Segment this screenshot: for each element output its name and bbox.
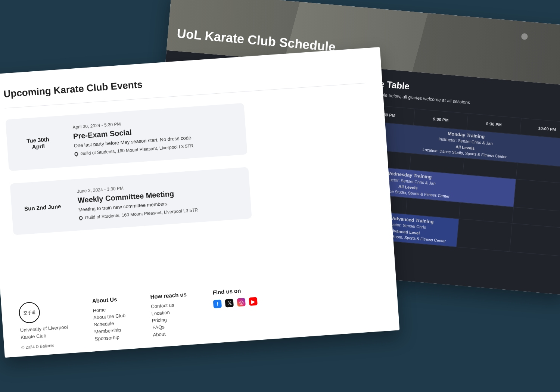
event-day: Sun 2nd June	[24, 203, 61, 212]
x-twitter-icon[interactable]: 𝕏	[225, 299, 234, 307]
footer-link[interactable]: Membership	[94, 327, 127, 335]
footer-col-about: About Us Home About the Club Schedule Me…	[92, 295, 127, 343]
footer-link[interactable]: Home	[93, 305, 125, 313]
footer-col-reach: How reach us Contact us Location Pricing…	[150, 291, 190, 339]
schedule-page-title: UoL Karate Club Schedule	[176, 26, 336, 55]
footer-link[interactable]: About	[153, 330, 189, 338]
pin-icon	[78, 215, 83, 221]
event-month: April	[32, 143, 45, 150]
youtube-icon[interactable]: ▶	[249, 297, 258, 306]
footer-link[interactable]: Location	[151, 308, 188, 317]
events-panel: Upcoming Karate Club Events Tue 30th Apr…	[0, 47, 399, 358]
footer-link[interactable]: About the Club	[93, 312, 125, 320]
footer-link[interactable]: Sponsorhip	[94, 334, 127, 342]
footer-link[interactable]: FAQs	[152, 323, 189, 331]
club-logo-icon: 空手道	[18, 301, 41, 324]
footer-link[interactable]: Pricing	[152, 315, 188, 324]
footer-col-social: Find us on f 𝕏 ◎ ▶	[212, 286, 258, 308]
instagram-icon[interactable]: ◎	[237, 298, 246, 307]
events-heading: Upcoming Karate Club Events	[3, 63, 365, 100]
facebook-icon[interactable]: f	[213, 299, 222, 308]
event-date-block: Sun 2nd June	[21, 190, 64, 224]
footer-link[interactable]: Contact us	[151, 301, 187, 309]
event-card[interactable]: Tue 30th April April 30, 2024 - 5:30 PM …	[6, 103, 248, 171]
event-date-block: Tue 30th April	[16, 126, 60, 161]
footer-heading: About Us	[92, 295, 124, 304]
copyright: © 2024 D Balionis	[21, 342, 69, 350]
page-footer: 空手道 University of Liverpool Karate Club …	[18, 277, 384, 350]
footer-link[interactable]: Schedule	[94, 320, 126, 327]
footer-heading: How reach us	[150, 291, 187, 300]
footer-org-line2: Karate Club	[21, 331, 69, 340]
event-card[interactable]: Sun 2nd June June 2, 2024 - 3:30 PM Week…	[10, 167, 252, 235]
footer-heading: Find us on	[212, 286, 257, 296]
pin-icon	[74, 151, 79, 156]
footer-brand: 空手道 University of Liverpool Karate Club …	[18, 299, 69, 350]
event-day: Tue 30th	[27, 136, 50, 144]
